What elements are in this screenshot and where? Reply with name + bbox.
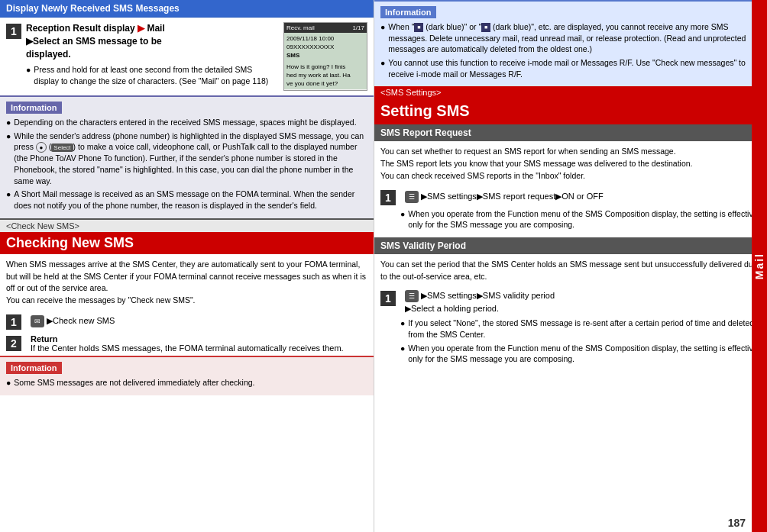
screen-header: Recv. mail 1/17 — [284, 23, 367, 33]
check-step1: 1 ✉ ▶Check new SMS — [0, 311, 374, 333]
bullet-dot: ● — [6, 189, 11, 211]
phone-screen-image: Recv. mail 1/17 2009/11/18 10:00 09XXXXX… — [283, 22, 367, 91]
bullet-dot: ● — [6, 131, 11, 187]
bullet-dot: ● — [380, 57, 385, 79]
sms-report-step1-bullet: ● When you operate from the Function men… — [374, 207, 767, 237]
bullet-dot: ● — [400, 343, 405, 365]
bullet-dot: ● — [400, 208, 405, 231]
sms-validity-step1: 1 ☰ ▶SMS settings▶SMS validity period▶Se… — [374, 288, 767, 317]
screen-body2: hed my work at last. Ha — [286, 71, 364, 79]
sms-validity-bullets: ● If you select "None", the stored SMS m… — [374, 316, 767, 372]
screen-header-left: Recv. mail — [286, 24, 315, 31]
mail-sidebar-text: Mail — [753, 253, 765, 279]
info-bullet3-text: A Short Mail message is received as an S… — [14, 189, 367, 211]
right-info-bullet2-text: You cannot use this function to receive … — [388, 57, 761, 79]
sms-report-content: You can set whether to request an SMS re… — [374, 141, 767, 186]
info-bullet2: ● While the sender's address (phone numb… — [6, 131, 367, 187]
icon-dark-blue1: ■ — [414, 23, 423, 32]
sms-report-header: SMS Report Request — [374, 124, 767, 141]
step1-area: 1 Reception Result display ▶ Mail ▶Selec… — [0, 18, 374, 95]
icon-dark-blue2: ■ — [481, 23, 490, 32]
sms-settings-tag: <SMS Settings> — [374, 86, 767, 98]
sms-report-step1-text: ▶SMS settings▶SMS report request▶ON or O… — [421, 192, 604, 201]
page-number: 187 — [728, 517, 746, 529]
check-sms-title: Checking New SMS — [0, 232, 374, 254]
info-bullet2-text: While the sender's address (phone number… — [14, 131, 367, 187]
step1-content: Reception Result display ▶ Mail ▶Select … — [26, 22, 277, 89]
sms-report-step1-number: 1 — [380, 190, 396, 205]
info-box2-bullet1-text: Some SMS messages are not delivered imme… — [14, 377, 254, 389]
step1-bullet: ● Press and hold for at least one second… — [26, 64, 277, 86]
check-step2-title: Return — [31, 334, 344, 343]
info-box1: Information ● Depending on the character… — [0, 95, 374, 218]
info-box-right-header: Information — [380, 6, 436, 18]
sms-report-bullet-text: When you operate from the Function menu … — [408, 208, 761, 231]
step1-title: Reception Result display ▶ Mail ▶Select … — [26, 22, 277, 60]
sms-report-body3: You can check received SMS reports in th… — [380, 170, 761, 182]
info-box1-header: Information — [6, 102, 62, 114]
left-column: Display Newly Received SMS Messages 1 Re… — [0, 0, 374, 532]
menu-icon-validity: ☰ — [405, 290, 419, 302]
check-step1-content: ✉ ▶Check new SMS — [31, 315, 115, 327]
bullet-dot: ● — [26, 64, 31, 86]
screen-body3: ve you done it yet? — [286, 79, 364, 88]
check-sms-body-text2: You can receive the messages by "Check n… — [6, 295, 367, 307]
envelope-icon: ✉ — [31, 315, 44, 327]
sms-report-step1: 1 ☰ ▶SMS settings▶SMS report request▶ON … — [374, 187, 767, 207]
bullet-dot: ● — [380, 21, 385, 55]
sms-validity-header-text: SMS Validity Period — [380, 240, 466, 251]
right-column: Information ● When "■ (dark blue)" or "■… — [374, 0, 767, 532]
step1-title-line1: Reception Result display — [26, 23, 135, 34]
info-bullet1-text: Depending on the characters entered in t… — [14, 117, 356, 128]
info-box2: Information ● Some SMS messages are not … — [0, 356, 374, 395]
sms-validity-bullet1-text: If you select "None", the stored SMS mes… — [408, 318, 761, 340]
info-box-right: Information ● When "■ (dark blue)" or "■… — [374, 0, 767, 86]
sms-settings-tag-text: <SMS Settings> — [380, 88, 442, 97]
sms-validity-body1: You can set the period that the SMS Cent… — [380, 259, 761, 283]
check-sms-body-text: When SMS messages arrive at the SMS Cent… — [6, 259, 367, 295]
screen-body-text: How is it going? I finis hed my work at … — [286, 63, 364, 89]
screen-footer-text: END — [319, 90, 332, 91]
step1-title-line3: ▶Select an SMS message to be — [26, 36, 162, 47]
screen-type: SMS — [286, 51, 364, 60]
menu-icon-report: ☰ — [405, 191, 419, 203]
check-step1-number: 1 — [6, 314, 21, 330]
info-bullet1: ● Depending on the characters entered in… — [6, 117, 367, 128]
sms-validity-content: You can set the period that the SMS Cent… — [374, 254, 767, 288]
step1-title-line2: Mail — [147, 23, 164, 34]
screen-footer: END — [284, 89, 367, 91]
sms-validity-header: SMS Validity Period — [374, 237, 767, 254]
check-step1-text: ▶Check new SMS — [47, 316, 115, 325]
sms-validity-step1-content: ☰ ▶SMS settings▶SMS validity period▶Sele… — [405, 289, 555, 315]
sms-settings-title-text: Setting SMS — [380, 102, 470, 119]
info-box2-bullet1: ● Some SMS messages are not delivered im… — [6, 377, 367, 389]
check-step2-body: If the Center holds SMS messages, the FO… — [31, 343, 344, 353]
screen-body1: How is it going? I finis — [286, 63, 364, 71]
check-sms-body: When SMS messages arrive at the SMS Cent… — [0, 254, 374, 311]
step1-number: 1 — [6, 24, 21, 39]
bullet-dot: ● — [6, 117, 11, 128]
screen-body: 2009/11/18 10:00 09XXXXXXXXXX SMS How is… — [284, 33, 367, 89]
sms-validity-bullet2: ● When you operate from the Function men… — [400, 343, 761, 365]
info-bullet3: ● A Short Mail message is received as an… — [6, 189, 367, 211]
sms-report-body1: You can set whether to request an SMS re… — [380, 146, 761, 158]
sms-report-body2: The SMS report lets you know that your S… — [380, 158, 761, 170]
sms-validity-step1-number: 1 — [380, 291, 396, 306]
sms-report-step1-content: ☰ ▶SMS settings▶SMS report request▶ON or… — [405, 191, 604, 203]
bullet-dot: ● — [400, 318, 405, 340]
mail-sidebar: Mail — [752, 0, 767, 532]
sms-validity-step1-text: ▶SMS settings▶SMS validity period▶Select… — [405, 291, 555, 313]
section1-header-text: Display Newly Received SMS Messages — [6, 3, 180, 14]
section1-header: Display Newly Received SMS Messages — [0, 0, 374, 18]
step1-arrow: ▶ — [138, 23, 144, 34]
sms-validity-bullet1: ● If you select "None", the stored SMS m… — [400, 318, 761, 340]
right-info-bullet1: ● When "■ (dark blue)" or "■ (dark blue)… — [380, 21, 761, 55]
screen-from: 09XXXXXXXXXX — [286, 43, 364, 51]
check-step2: 2 Return If the Center holds SMS message… — [0, 333, 374, 356]
check-step2-content: Return If the Center holds SMS messages,… — [31, 334, 344, 353]
step1-bullet-text: Press and hold for at least one second f… — [34, 64, 277, 86]
check-sms-title-text: Checking New SMS — [6, 235, 134, 250]
screen-date: 2009/11/18 10:00 — [286, 34, 364, 43]
sms-report-bullet: ● When you operate from the Function men… — [400, 208, 761, 231]
sms-validity-bullet2-text: When you operate from the Function menu … — [408, 343, 761, 365]
